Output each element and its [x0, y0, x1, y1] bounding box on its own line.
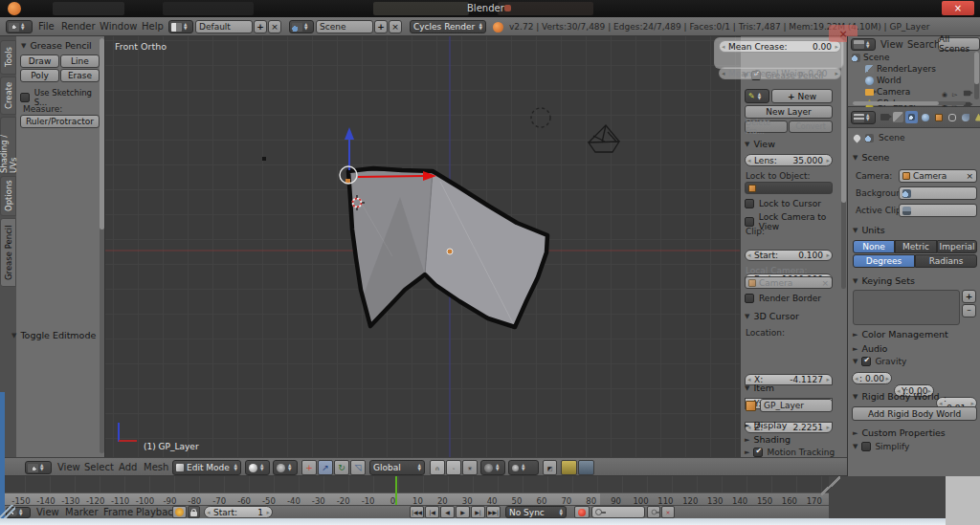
snap-toggle-button[interactable]: ∩ — [430, 460, 445, 475]
play-reverse-button[interactable]: ◀ — [440, 506, 455, 518]
view3d-mesh-menu[interactable]: Mesh — [144, 462, 168, 472]
units-radians-button[interactable]: Radians — [915, 254, 977, 268]
tab-render-layers-icon[interactable] — [893, 112, 903, 122]
motion-tracking-checkbox[interactable] — [753, 448, 763, 457]
units-degrees-button[interactable]: Degrees — [853, 254, 915, 268]
clip-start-slider[interactable]: Start: 0.100 — [745, 250, 833, 261]
menu-help[interactable]: Help — [142, 21, 164, 32]
gp-new-button[interactable]: New — [771, 89, 833, 103]
ruler-protractor-button[interactable]: Ruler/Protractor — [20, 115, 100, 128]
n-panel-scrollbar[interactable] — [841, 40, 846, 289]
view3d-add-menu[interactable]: Add — [119, 462, 137, 472]
timeline-marker-menu[interactable]: Marker — [65, 507, 99, 517]
jump-to-start-button[interactable]: |◀◀ — [410, 506, 424, 518]
timeline-ruler[interactable]: -150-140-130-120-110-100-90-80-70-60-50-… — [0, 492, 829, 505]
tab-grease-pencil[interactable]: Grease Pencil — [0, 218, 16, 287]
mean-bevel-slider[interactable]: Mean Bevel Weig: 0.00 — [719, 67, 841, 79]
rigid-body-panel-header[interactable]: Rigid Body World — [853, 391, 940, 402]
screen-add-button[interactable] — [254, 20, 267, 33]
scene-selector[interactable] — [289, 20, 314, 33]
manipulator-translate-button[interactable]: ↗ — [318, 460, 333, 475]
menu-render[interactable]: Render — [61, 21, 96, 32]
lock-camera-checkbox[interactable] — [745, 217, 754, 227]
render-border-row[interactable]: Render Border — [745, 294, 821, 303]
outliner-row-scene[interactable]: Scene — [852, 53, 889, 62]
active-clip-field[interactable] — [899, 204, 977, 217]
manipulator-buttons[interactable]: + ↗ ↻ ◹ — [301, 460, 366, 475]
render-engine-dropdown[interactable]: Cycles Render — [410, 20, 486, 33]
screen-delete-button[interactable] — [268, 20, 281, 33]
tab-options[interactable]: Options — [0, 176, 16, 216]
tab-scene-icon[interactable] — [905, 111, 918, 123]
occlude-geometry-button[interactable]: ◩ — [543, 460, 557, 475]
cursor-panel-header[interactable]: 3D Cursor — [745, 311, 799, 321]
erase-button[interactable]: Erase — [60, 69, 100, 82]
scene-name-field[interactable]: Scene — [316, 20, 373, 33]
manipulator-rotate-button[interactable]: ↻ — [334, 460, 349, 475]
tool-shelf-scrollbar-thumb[interactable] — [100, 38, 104, 230]
outliner-view-menu[interactable]: View — [880, 39, 903, 50]
gravity-panel-header[interactable]: Gravity — [853, 357, 906, 366]
outliner-row-renderlayers[interactable]: RenderLayers — [865, 64, 936, 74]
screen-name-field[interactable]: Default — [195, 20, 253, 33]
outliner-row-camera[interactable]: Camera — [865, 87, 910, 97]
play-button[interactable]: ▶ — [456, 506, 470, 518]
playback-controls[interactable]: |◀◀ |◀ ◀ ▶ ▶| ▶▶| — [410, 506, 501, 518]
lock-time-button[interactable] — [188, 506, 200, 518]
view-panel-header[interactable]: View — [745, 139, 775, 149]
line-button[interactable]: Line — [60, 55, 100, 68]
sync-dropdown[interactable]: No Sync — [505, 506, 567, 518]
pivot-dropdown[interactable] — [273, 460, 298, 475]
keying-sets-panel-header[interactable]: Keying Sets — [853, 275, 915, 286]
outliner-search-menu[interactable]: Search — [907, 39, 940, 50]
custom-properties-header[interactable]: Custom Properties — [853, 427, 946, 438]
gravity-checkbox[interactable] — [861, 357, 871, 366]
tab-object-icon[interactable] — [932, 111, 945, 123]
use-sketching-checkbox[interactable] — [20, 93, 30, 102]
view3d-select-menu[interactable]: Select — [84, 462, 114, 472]
use-preview-range-button[interactable] — [172, 506, 187, 518]
keying-sets-list[interactable] — [853, 290, 960, 325]
shading-panel-header[interactable]: Shading — [745, 434, 791, 445]
display-panel-header[interactable]: Display — [745, 420, 787, 430]
insert-keyframe-button[interactable] — [647, 506, 660, 518]
info-editor-selector[interactable] — [6, 20, 33, 33]
delete-frame-button[interactable]: Delete Fra... — [745, 120, 788, 133]
outliner-display-filter-dropdown[interactable]: All Scenes — [938, 37, 980, 51]
scene-delete-button[interactable] — [389, 20, 402, 33]
color-management-header[interactable]: Color Management — [853, 329, 948, 339]
delete-keyframe-button[interactable]: × — [661, 506, 675, 518]
tab-render-icon[interactable] — [879, 111, 891, 123]
properties-tabs[interactable] — [879, 111, 980, 123]
item-name-field[interactable]: GP_Layer — [760, 399, 833, 412]
snap-target-button[interactable]: ✳ — [462, 460, 478, 475]
draw-button[interactable]: Draw — [20, 55, 59, 68]
audio-panel-header[interactable]: Audio — [853, 343, 887, 354]
selectable-icon[interactable] — [952, 88, 957, 98]
outliner-editor-selector[interactable] — [851, 38, 876, 51]
viewport-shading-dropdown[interactable] — [245, 460, 270, 475]
tab-constraints-icon[interactable] — [946, 111, 958, 123]
motion-tracking-header[interactable]: Motion Tracking — [745, 448, 835, 457]
render-opengl-anim-button[interactable] — [578, 460, 594, 475]
outliner-row-world[interactable]: World — [865, 76, 902, 85]
scene-add-button[interactable] — [374, 20, 388, 33]
tab-tools[interactable]: Tools — [0, 40, 16, 75]
tool-shelf-scrollbar[interactable] — [100, 38, 104, 453]
render-border-checkbox[interactable] — [745, 294, 754, 303]
viewport-3d[interactable]: Front Ortho (1) GP_Layer — [105, 36, 740, 457]
window-close-button[interactable]: × — [942, 1, 974, 15]
simplify-panel-header[interactable]: Simplify — [853, 442, 909, 451]
snap-buttons[interactable]: ∩ ◦ ✳ — [430, 460, 478, 475]
gp-brush-dropdown[interactable] — [745, 89, 769, 103]
timeline-tracks[interactable] — [0, 476, 829, 492]
mean-crease-slider[interactable]: Mean Crease: 0.00 — [719, 40, 841, 53]
outliner-v-scrollbar[interactable] — [974, 52, 979, 99]
background-set-field[interactable] — [899, 186, 977, 200]
item-panel-header[interactable]: Item — [745, 383, 774, 393]
mode-dropdown[interactable]: Edit Mode — [172, 460, 241, 475]
tab-modifiers-icon[interactable] — [959, 111, 971, 123]
toggle-editmode-panel-header[interactable]: Toggle Editmode — [11, 330, 96, 340]
lock-to-cursor-row[interactable]: Lock to Cursor — [745, 199, 821, 208]
manipulator-scale-button[interactable]: ◹ — [350, 460, 366, 475]
